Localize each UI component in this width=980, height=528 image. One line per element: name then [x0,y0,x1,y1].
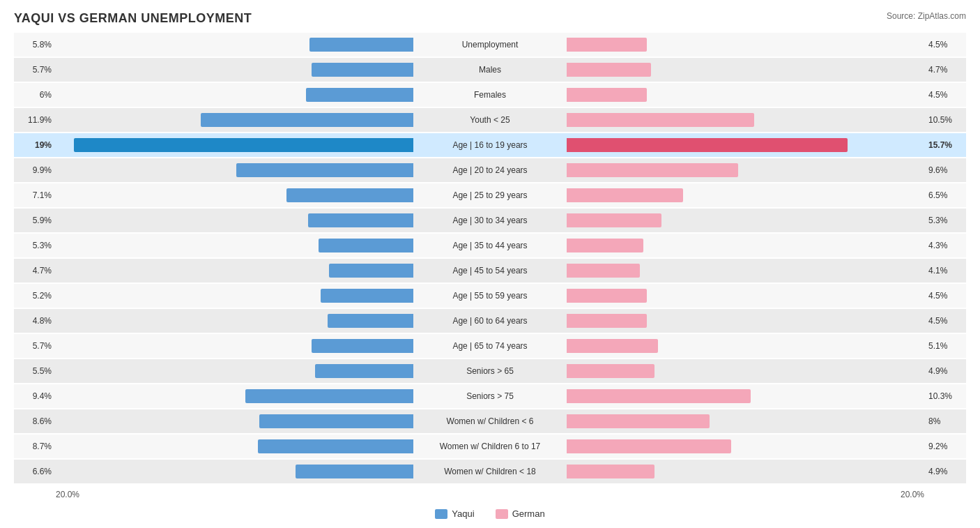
bar-german [567,264,640,278]
right-value: 4.7% [924,65,966,75]
bar-german [567,389,751,403]
bar-german [567,63,651,77]
row-label: Youth < 25 [413,115,567,125]
chart-title: YAQUI VS GERMAN UNEMPLOYMENT [14,11,252,26]
bar-row: 6.6% Women w/ Children < 18 4.9% [14,460,966,483]
legend-yaqui-icon [435,509,447,519]
bar-yaqui [308,213,413,227]
axis-center: 20.0% 20.0% [56,490,924,499]
bar-row: 9.4% Seniors > 75 10.3% [14,384,966,408]
half-left [56,359,413,383]
half-right [567,259,924,282]
bars-wrapper: Age | 16 to 19 years [56,133,924,157]
bar-row: 8.7% Women w/ Children 6 to 17 9.2% [14,435,966,458]
right-value: 4.3% [924,241,966,250]
bars-wrapper: Women w/ Children < 18 [56,460,924,483]
half-left [56,158,413,182]
half-left [56,83,413,107]
bars-wrapper: Seniors > 65 [56,359,924,383]
half-left [56,133,413,157]
bar-german [567,239,643,252]
bar-german [567,465,654,478]
bar-yaqui [201,113,413,127]
left-value: 8.7% [14,442,56,451]
bars-wrapper: Unemployment [56,33,924,56]
chart-header: YAQUI VS GERMAN UNEMPLOYMENT Source: Zip… [14,11,966,26]
legend-yaqui-label: Yaqui [452,508,474,519]
bar-row: 5.9% Age | 30 to 34 years 5.3% [14,209,966,232]
chart-body: 5.8% Unemployment 4.5% 5.7% Males 4.7% 6… [14,33,966,483]
bars-wrapper: Women w/ Children 6 to 17 [56,435,924,458]
left-value: 5.7% [14,65,56,75]
axis-left-label: 20.0% [56,490,79,499]
half-right [567,359,924,383]
bar-row: 11.9% Youth < 25 10.5% [14,108,966,132]
chart-source: Source: ZipAtlas.com [887,11,966,21]
row-label: Women w/ Children 6 to 17 [413,442,567,451]
right-value: 4.5% [924,291,966,301]
bar-yaqui [321,289,413,303]
half-right [567,384,924,408]
legend: Yaqui German [14,508,966,519]
bar-german [567,364,654,378]
bar-yaqui [74,138,413,152]
bars-wrapper: Age | 30 to 34 years [56,209,924,232]
left-value: 5.2% [14,291,56,301]
bar-german [567,414,710,428]
half-right [567,133,924,157]
bars-wrapper: Age | 35 to 44 years [56,234,924,257]
half-left [56,234,413,257]
row-label: Age | 45 to 54 years [413,266,567,276]
bar-row: 8.6% Women w/ Children < 6 8% [14,409,966,433]
row-label: Women w/ Children < 18 [413,467,567,476]
bars-wrapper: Age | 25 to 29 years [56,183,924,207]
half-left [56,384,413,408]
bar-yaqui [312,63,413,77]
bars-wrapper: Seniors > 75 [56,384,924,408]
left-value: 5.5% [14,366,56,376]
bar-yaqui [245,389,413,403]
bars-wrapper: Females [56,83,924,107]
half-left [56,58,413,82]
half-right [567,33,924,56]
row-label: Age | 35 to 44 years [413,241,567,250]
bar-yaqui [296,465,413,478]
left-value: 4.7% [14,266,56,276]
right-value: 4.9% [924,467,966,476]
bars-wrapper: Age | 45 to 54 years [56,259,924,282]
right-value: 4.1% [924,266,966,276]
bar-yaqui [329,264,413,278]
half-right [567,234,924,257]
bar-german [567,339,658,353]
row-label: Age | 20 to 24 years [413,165,567,175]
bar-row: 5.2% Age | 55 to 59 years 4.5% [14,284,966,308]
half-left [56,209,413,232]
half-right [567,108,924,132]
bars-wrapper: Women w/ Children < 6 [56,409,924,433]
right-value: 4.5% [924,90,966,100]
half-left [56,435,413,458]
bar-row: 4.7% Age | 45 to 54 years 4.1% [14,259,966,282]
left-value: 9.9% [14,165,56,175]
bar-row: 5.3% Age | 35 to 44 years 4.3% [14,234,966,257]
left-value: 5.8% [14,40,56,50]
left-value: 19% [14,140,56,150]
left-value: 7.1% [14,190,56,200]
half-left [56,108,413,132]
bars-wrapper: Males [56,58,924,82]
row-label: Age | 55 to 59 years [413,291,567,301]
row-label: Age | 65 to 74 years [413,341,567,351]
bar-german [567,213,661,227]
legend-yaqui: Yaqui [435,508,474,519]
bar-row: 5.8% Unemployment 4.5% [14,33,966,56]
bar-row: 19% Age | 16 to 19 years 15.7% [14,133,966,157]
right-value: 8% [924,416,966,426]
bar-yaqui [236,163,413,177]
row-label: Women w/ Children < 6 [413,416,567,426]
row-label: Unemployment [413,40,567,50]
left-value: 5.7% [14,341,56,351]
bar-yaqui [315,364,413,378]
half-left [56,183,413,207]
left-value: 6% [14,90,56,100]
chart-container: YAQUI VS GERMAN UNEMPLOYMENT Source: Zip… [0,0,980,526]
